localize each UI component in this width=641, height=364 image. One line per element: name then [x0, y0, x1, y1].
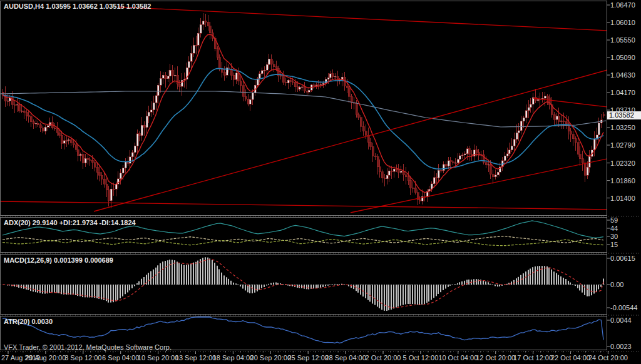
time-axis-label: 5 Oct 12:00: [403, 354, 438, 361]
copyright-text: VFX Trader, © 2001-2012, MetaQuotes Soft…: [4, 343, 172, 351]
macd-axis-label: 0.00615: [610, 255, 635, 262]
time-axis-label: 2 Oct 20:00: [366, 354, 401, 361]
price-axis-label: 1.02320: [610, 159, 635, 167]
atr-indicator-label: ATR(20) 0.0030: [4, 318, 53, 325]
adx-axis-label: 30: [610, 233, 618, 240]
time-axis-label: 10 Oct 04:00: [438, 354, 478, 361]
atr-axis-label: 0.0023: [610, 343, 632, 350]
atr-axis-label: 0.0044: [610, 316, 632, 324]
time-axis-label: 25 Sep 12:00: [287, 354, 328, 361]
time-axis-label: 18 Sep 04:00: [213, 354, 254, 361]
chart-canvas[interactable]: [0, 0, 641, 364]
adx-axis-label: 44: [610, 225, 618, 232]
price-axis-label: 1.06470: [610, 1, 635, 9]
macd-indicator-label: MACD(12,26,9) 0.001399 0.000689: [4, 256, 113, 264]
time-axis-label: 20 Sep 20:00: [250, 354, 291, 361]
price-axis-label: 1.03710: [610, 106, 635, 114]
time-axis-label: 22 Oct 04:00: [551, 354, 590, 361]
adx-axis-label: 15: [610, 241, 618, 248]
price-axis-label: 1.01860: [610, 177, 635, 185]
price-axis-label: 1.01400: [610, 195, 635, 202]
time-axis-label: 29 Aug 20:00: [25, 354, 66, 361]
price-axis-label: 1.02790: [610, 141, 635, 149]
time-axis-label: 28 Sep 04:00: [325, 354, 366, 361]
time-axis-label: 13 Sep 12:00: [175, 354, 216, 361]
chart-symbol-title: AUDUSD,H4 1.03595 1.03662 1.03515 1.0358…: [4, 3, 151, 10]
macd-axis-label: -0.00544: [610, 304, 637, 311]
time-axis-label: 24 Oct 20:00: [588, 354, 628, 361]
price-axis-label: 1.03250: [610, 124, 635, 131]
adx-axis-label: 59: [610, 216, 618, 224]
price-axis-label: 1.04630: [610, 71, 635, 79]
time-axis-label: 3 Sep 12:00: [64, 354, 101, 361]
price-axis-label: 1.04170: [610, 89, 635, 96]
adx-indicator-label: ADX(20) 29.9140 +DI:21.9734 -DI:14.1824: [4, 219, 136, 226]
price-axis-label: 1.05550: [610, 36, 635, 44]
time-axis-label: 17 Oct 12:00: [513, 354, 553, 361]
time-axis-label: 12 Oct 20:00: [476, 354, 515, 361]
macd-axis-label: 0.00: [610, 281, 623, 288]
price-axis-label: 1.05090: [610, 54, 635, 61]
trading-chart-window: AUDUSD,H4 1.03595 1.03662 1.03515 1.0358…: [0, 0, 641, 364]
time-axis-label: 6 Sep 04:00: [102, 354, 139, 361]
price-axis-label: 1.06010: [610, 19, 635, 26]
time-axis-label: 10 Sep 20:00: [138, 354, 178, 361]
